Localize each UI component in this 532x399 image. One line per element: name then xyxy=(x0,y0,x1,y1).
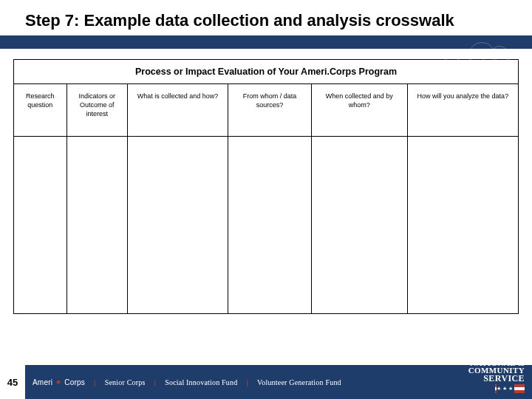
star-icon: ★ xyxy=(55,378,61,386)
table-header-row: Research question Indicators or Outcome … xyxy=(14,83,519,136)
col-header-what-collected: What is collected and how? xyxy=(127,83,228,136)
separator-icon: | xyxy=(92,378,98,386)
americorps-text-2: Corps xyxy=(64,378,85,386)
table-body-row xyxy=(14,136,519,313)
footer-item-sif: Social Innovation Fund xyxy=(165,378,237,386)
col-header-indicators: Indicators or Outcome of interest xyxy=(66,83,127,136)
slide-header: Step 7: Example data collection and anal… xyxy=(0,0,532,31)
footer-item-senior-corps: Senior Corps xyxy=(105,378,146,386)
separator-icon: | xyxy=(153,378,158,386)
table-cell xyxy=(14,136,67,313)
table-cell xyxy=(311,136,407,313)
col-header-from-whom: From whom / data sources? xyxy=(228,83,312,136)
flag-icon: ★ ★ ★ xyxy=(495,384,525,393)
col-header-how-analyze: How will you analyze the data? xyxy=(407,83,518,136)
table-banner: Process or Impact Evaluation of Your Ame… xyxy=(14,59,519,83)
footer-item-vgf: Volunteer Generation Fund xyxy=(257,378,341,386)
page-number-box: 45 xyxy=(0,365,25,399)
crosswalk-table: Process or Impact Evaluation of Your Ame… xyxy=(13,59,519,314)
cncs-logo: Corporation for NATIONAL & COMMUNITY SER… xyxy=(445,356,525,383)
col-header-research-question: Research question xyxy=(14,83,67,136)
separator-icon: | xyxy=(245,378,250,386)
table-cell xyxy=(66,136,127,313)
table-cell xyxy=(127,136,228,313)
footer-program-list: Ameri★Corps | Senior Corps | Social Inno… xyxy=(33,378,341,386)
americorps-text-1: Ameri xyxy=(33,378,52,386)
title-underline-bar: ★★★★★★★ xyxy=(0,35,532,49)
cncs-line4: SERVICE xyxy=(445,375,525,383)
slide-footer: 45 Ameri★Corps | Senior Corps | Social I… xyxy=(0,365,532,399)
footer-right-logo-area: Corporation for NATIONAL & COMMUNITY SER… xyxy=(440,355,528,396)
slide-title: Step 7: Example data collection and anal… xyxy=(25,10,532,31)
page-number: 45 xyxy=(7,377,18,388)
crosswalk-table-wrap: Process or Impact Evaluation of Your Ame… xyxy=(0,49,532,314)
col-header-when-collected: When collected and by whom? xyxy=(311,83,407,136)
americorps-logo: Ameri★Corps xyxy=(33,378,85,386)
table-cell xyxy=(228,136,312,313)
table-cell xyxy=(407,136,518,313)
